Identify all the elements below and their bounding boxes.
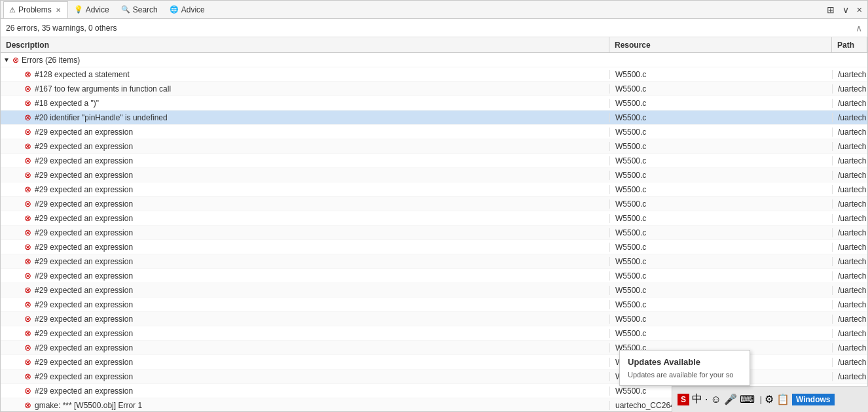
error-resource: W5500.c (609, 315, 832, 324)
table-row[interactable]: ⊗#29 expected an expressionW5500.c/uarte… (1, 226, 867, 240)
tab-advice1[interactable]: 💡 Advice (68, 1, 115, 18)
error-path: /uartech (832, 185, 867, 194)
error-desc-text: #29 expected an expression (35, 372, 133, 381)
error-description: ⊗#29 expected an expression (1, 371, 609, 381)
error-path: /uartech (832, 142, 867, 151)
table-row[interactable]: ⊗#18 expected a ")"W5500.c/uartech (1, 96, 867, 111)
error-icon: ⊗ (24, 184, 31, 194)
error-icon: ⊗ (24, 170, 31, 180)
error-icon: ⊗ (24, 112, 31, 122)
close-view-button[interactable]: × (854, 3, 865, 16)
error-description: ⊗#29 expected an expression (1, 184, 609, 194)
ime-chinese-icon[interactable]: 中 (692, 392, 702, 406)
tab-problems[interactable]: ⚠ Problems ✕ (3, 1, 68, 18)
error-path: /uartech (832, 271, 867, 281)
error-path: /uartech (832, 128, 867, 137)
table-row[interactable]: ⊗#29 expected an expressionW5500.c/uarte… (1, 211, 867, 226)
expand-icon[interactable]: ▼ (3, 56, 10, 63)
error-resource: W5500.c (609, 113, 832, 122)
advice1-tab-icon: 💡 (74, 5, 83, 14)
table-row[interactable]: ⊗#29 expected an expressionW5500.c/uarte… (1, 326, 867, 341)
tab-search[interactable]: 🔍 Search (115, 1, 164, 18)
table-row[interactable]: ⊗#29 expected an expressionW5500.c/uarte… (1, 283, 867, 298)
table-row[interactable]: ⊗#29 expected an expressionW5500.c/uarte… (1, 154, 867, 168)
minimize-view-button[interactable]: ⊞ (824, 3, 837, 16)
error-desc-text: #29 expected an expression (35, 358, 133, 367)
error-resource: W5500.c (609, 99, 832, 108)
error-path: /uartech (832, 300, 867, 309)
error-desc-text: #29 expected an expression (35, 271, 133, 281)
error-path: /uartech (832, 171, 867, 180)
errors-group-row[interactable]: ▼ ⊗ Errors (26 items) (1, 53, 867, 67)
table-row[interactable]: ⊗#29 expected an expressionW5500.c/uarte… (1, 254, 867, 269)
view-menu-button[interactable]: ∨ (840, 3, 852, 16)
error-desc-text: #20 identifier "pinHandle" is undefined (35, 113, 168, 122)
col-header-path: Path (832, 37, 867, 52)
error-icon: ⊗ (24, 156, 31, 165)
table-row[interactable]: ⊗#20 identifier "pinHandle" is undefined… (1, 111, 867, 125)
error-resource: W5500.c (609, 329, 832, 338)
error-icon: ⊗ (24, 242, 31, 252)
error-desc-text: #18 expected a ")" (35, 99, 99, 108)
error-resource: W5500.c (609, 185, 832, 194)
updates-notification[interactable]: Updates Available Updates are available … (619, 350, 750, 386)
error-icon: ⊗ (24, 127, 31, 137)
table-row[interactable]: ⊗#29 expected an expressionW5500.c/uarte… (1, 240, 867, 254)
error-path: /uartech (832, 315, 867, 324)
table-row[interactable]: ⊗#29 expected an expressionW5500.c/uarte… (1, 168, 867, 182)
summary-text: 26 errors, 35 warnings, 0 others (6, 24, 117, 33)
table-row[interactable]: ⊗#29 expected an expressionW5500.c/uarte… (1, 298, 867, 312)
emoji-icon[interactable]: ☺ (710, 394, 721, 405)
error-icon: ⊗ (24, 285, 31, 295)
ime-dot-icon[interactable]: · (705, 394, 708, 405)
tab-problems-label: Problems (18, 5, 52, 14)
error-description: ⊗#29 expected an expression (1, 127, 609, 137)
collapse-button[interactable]: ∧ (856, 23, 862, 33)
windows-logo[interactable]: Windows (792, 394, 835, 405)
error-description: ⊗#29 expected an expression (1, 343, 609, 352)
error-desc-text: #29 expected an expression (35, 257, 133, 266)
error-path: /uartech (832, 214, 867, 223)
table-row[interactable]: ⊗#29 expected an expressionW5500.c/uarte… (1, 139, 867, 154)
tab-advice2[interactable]: 🌐 Advice (164, 1, 211, 18)
error-description: ⊗#29 expected an expression (1, 228, 609, 237)
error-desc-text: #29 expected an expression (35, 386, 133, 396)
table-row[interactable]: ⊗#29 expected an expressionW5500.c/uarte… (1, 312, 867, 326)
tab-search-label: Search (133, 5, 158, 14)
taskbar-settings1-icon[interactable]: ⚙ (765, 393, 774, 405)
table-row[interactable]: ⊗#29 expected an expressionW5500.c/uarte… (1, 182, 867, 197)
error-description: ⊗#29 expected an expression (1, 314, 609, 324)
error-desc-text: #29 expected an expression (35, 286, 133, 295)
error-desc-text: #29 expected an expression (35, 243, 133, 252)
ime-s-icon[interactable]: S (678, 394, 689, 405)
error-desc-text: #29 expected an expression (35, 156, 133, 165)
error-icon: ⊗ (24, 141, 31, 151)
error-icon: ⊗ (24, 343, 31, 352)
error-resource: W5500.c (609, 300, 832, 309)
keyboard-icon[interactable]: ⌨ (740, 393, 755, 405)
table-row[interactable]: ⊗#167 too few arguments in function call… (1, 82, 867, 96)
error-description: ⊗#29 expected an expression (1, 271, 609, 281)
table-row[interactable]: ⊗#29 expected an expressionW5500.c/uarte… (1, 269, 867, 283)
tab-problems-close[interactable]: ✕ (54, 7, 62, 14)
taskbar-settings2-icon[interactable]: 📋 (776, 393, 789, 405)
mic-icon[interactable]: 🎤 (724, 393, 737, 405)
problems-tab-icon: ⚠ (9, 6, 16, 14)
error-path: /uartech (832, 156, 867, 165)
error-desc-text: #167 too few arguments in function call (35, 84, 171, 94)
error-description: ⊗#18 expected a ")" (1, 98, 609, 108)
search-tab-icon: 🔍 (121, 5, 130, 14)
error-resource: W5500.c (609, 214, 832, 223)
table-row[interactable]: ⊗#128 expected a statementW5500.c/uartec… (1, 67, 867, 82)
error-icon: ⊗ (24, 300, 31, 309)
error-description: ⊗#29 expected an expression (1, 156, 609, 165)
error-icon: ⊗ (24, 328, 31, 338)
error-icon: ⊗ (24, 386, 31, 396)
error-icon: ⊗ (24, 256, 31, 266)
table-row[interactable]: ⊗#29 expected an expressionW5500.c/uarte… (1, 197, 867, 211)
error-desc-text: #29 expected an expression (35, 199, 133, 209)
table-row[interactable]: ⊗#29 expected an expressionW5500.c/uarte… (1, 125, 867, 139)
taskbar: S 中 · ☺ 🎤 ⌨ | ⚙ 📋 Windows (672, 386, 868, 412)
error-resource: W5500.c (609, 271, 832, 281)
error-desc-text: #128 expected a statement (35, 70, 130, 79)
